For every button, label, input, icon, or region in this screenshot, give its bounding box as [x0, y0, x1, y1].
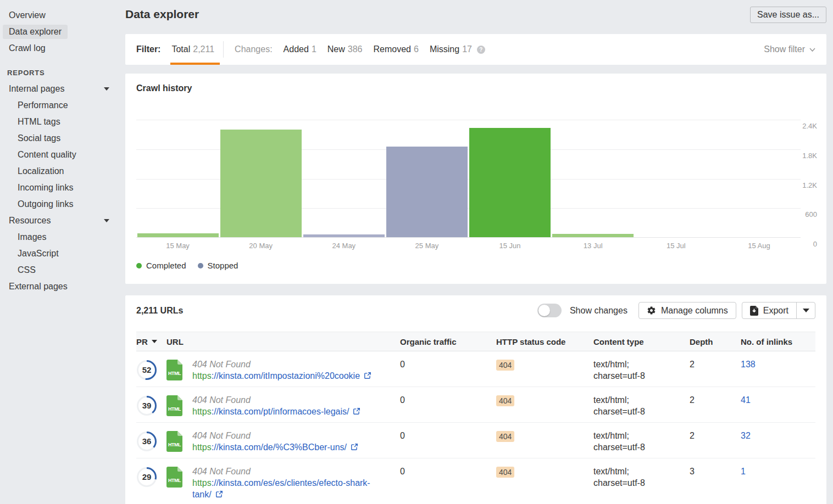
cell-pr: 29 [136, 458, 166, 504]
table-toolbar: 2,211 URLs Show changes Manage columns E… [136, 302, 815, 319]
legend-dot-icon [198, 263, 203, 268]
sidebar-item-label: Localization [12, 164, 70, 178]
chart-x-tick-label: 15 Jul [635, 242, 718, 250]
crawl-history-title: Crawl history [136, 82, 817, 94]
chart-plot-area [136, 120, 801, 238]
chart-x-tick-label: 15 Aug [718, 242, 801, 250]
legend-item-stopped[interactable]: Stopped [198, 261, 238, 270]
chart-x-tick-label: 13 Jul [552, 242, 635, 250]
filter-tab-count: 6 [414, 44, 419, 54]
chart-y-axis-labels: 2.4K1.8K1.2K6000 [803, 120, 817, 238]
filter-tab-removed[interactable]: Removed6 [374, 34, 419, 65]
sidebar-item-incoming-links[interactable]: Incoming links [0, 180, 125, 196]
inlinks-link[interactable]: 32 [741, 431, 751, 440]
export-button[interactable]: Export [742, 303, 796, 318]
inlinks-link[interactable]: 138 [741, 360, 756, 369]
cell-depth: 2 [690, 423, 741, 458]
column-header-http-status-code[interactable]: HTTP status code [496, 337, 593, 346]
filter-tab-new[interactable]: New386 [327, 34, 363, 65]
cell-content-type: text/html;charset=utf-8 [593, 351, 690, 387]
url-link[interactable]: https://kinsta.com/itImpostazioni%20cook… [192, 371, 360, 380]
status-badge: 404 [496, 360, 514, 371]
external-link-icon[interactable] [364, 372, 371, 379]
sidebar-item-content-quality[interactable]: Content quality [0, 147, 125, 163]
url-link[interactable]: https://kinsta.com/de/%C3%BCber-uns/ [192, 443, 347, 452]
gear-icon [647, 306, 656, 315]
column-header-organic-traffic[interactable]: Organic traffic [400, 337, 496, 346]
sidebar-item-label: Crawl log [3, 41, 52, 55]
column-header-depth[interactable]: Depth [690, 337, 741, 346]
pr-value: 52 [142, 365, 152, 374]
cell-depth: 3 [690, 458, 741, 504]
sidebar-item-resources[interactable]: Resources [0, 212, 125, 229]
chart-bar-column [635, 120, 718, 237]
sidebar-item-social-tags[interactable]: Social tags [0, 130, 125, 147]
cell-organic-traffic: 0 [400, 423, 496, 458]
column-header-url[interactable]: URL [166, 337, 400, 346]
inlinks-link[interactable]: 41 [741, 395, 751, 405]
manage-columns-button[interactable]: Manage columns [638, 302, 736, 319]
export-dropdown-button[interactable] [796, 303, 815, 318]
column-header-label: No. of inlinks [741, 337, 792, 346]
page-title-404: 404 Not Found [192, 466, 385, 477]
filter-tab-count: 1 [312, 44, 316, 54]
cell-http-status: 404 [496, 423, 593, 458]
page-title: Data explorer [125, 0, 826, 21]
caret-down-icon [803, 309, 809, 312]
file-icon-wrap: HTML [166, 395, 182, 417]
sidebar-item-outgoing-links[interactable]: Outgoing links [0, 196, 125, 212]
content-type-line1: text/html; [593, 430, 690, 441]
show-filter-button[interactable]: Show filter [764, 44, 816, 54]
chart-bar-24-may[interactable] [303, 234, 385, 237]
external-link-icon[interactable] [215, 490, 223, 498]
chevron-down-icon [809, 46, 816, 53]
cell-url: HTML404 Not Foundhttps://kinsta.com/de/%… [166, 423, 400, 458]
chart-bar-column [385, 120, 468, 237]
sidebar-item-performance[interactable]: Performance [0, 97, 125, 114]
sidebar-item-javascript[interactable]: JavaScript [0, 245, 125, 262]
cell-content-type: text/html;charset=utf-8 [593, 423, 690, 458]
column-header-pr[interactable]: PR [136, 337, 166, 346]
filter-tab-total[interactable]: Total 2,211 [171, 34, 214, 65]
sidebar-item-images[interactable]: Images [0, 229, 125, 245]
chart-bar-13-jul[interactable] [552, 234, 634, 237]
pr-badge: 29 [136, 467, 157, 488]
sidebar-item-overview[interactable]: Overview [0, 7, 125, 24]
sort-caret-icon [152, 340, 157, 343]
sidebar-item-crawl-log[interactable]: Crawl log [0, 40, 125, 57]
sidebar-item-html-tags[interactable]: HTML tags [0, 114, 125, 130]
filter-tab-missing[interactable]: Missing17? [430, 34, 485, 65]
sidebar-item-css[interactable]: CSS [0, 262, 125, 278]
chart-y-tick-label: 2.4K [802, 122, 817, 130]
inlinks-link[interactable]: 1 [741, 467, 746, 476]
sidebar-item-label: HTML tags [12, 115, 66, 129]
legend-item-completed[interactable]: Completed [136, 261, 186, 270]
sidebar-item-localization[interactable]: Localization [0, 163, 125, 180]
sidebar-item-internal-pages[interactable]: Internal pages [0, 81, 125, 97]
url-text-block: 404 Not Foundhttps://kinsta.com/es/es/cl… [192, 466, 385, 500]
table-body: 52HTML404 Not Foundhttps://kinsta.com/it… [136, 351, 815, 504]
url-link[interactable]: https://kinsta.com/pt/informacoes-legais… [192, 407, 349, 416]
sidebar-item-data-explorer[interactable]: Data explorer [0, 24, 125, 40]
url-rest: ://kinsta.com/de/%C3%BCber-uns/ [212, 443, 347, 452]
show-changes-toggle[interactable] [537, 304, 562, 317]
chart-bar-15-jun[interactable] [469, 128, 551, 237]
filter-tab-added[interactable]: Added1 [284, 34, 316, 65]
chart-legend: CompletedStopped [136, 261, 817, 270]
sidebar-item-external-pages[interactable]: External pages [0, 278, 125, 295]
sidebar-reports-nav: Internal pagesPerformanceHTML tagsSocial… [0, 81, 125, 295]
file-icon-wrap: HTML [166, 467, 182, 500]
external-link-icon[interactable] [353, 407, 360, 415]
column-header-content-type[interactable]: Content type [593, 337, 690, 346]
cell-pr: 39 [136, 387, 166, 422]
external-link-icon[interactable] [351, 443, 358, 451]
help-icon[interactable]: ? [477, 46, 485, 54]
chart-x-tick-label: 15 Jun [469, 242, 552, 250]
column-header-no-of-inlinks[interactable]: No. of inlinks [741, 337, 815, 346]
pr-badge: 52 [136, 360, 157, 380]
chart-bar-15-may[interactable] [137, 233, 219, 237]
sidebar-item-label: Outgoing links [12, 197, 79, 211]
save-issue-as-button[interactable]: Save issue as... [750, 7, 826, 23]
chart-bar-20-may[interactable] [220, 130, 302, 237]
chart-bar-25-may[interactable] [386, 147, 468, 237]
